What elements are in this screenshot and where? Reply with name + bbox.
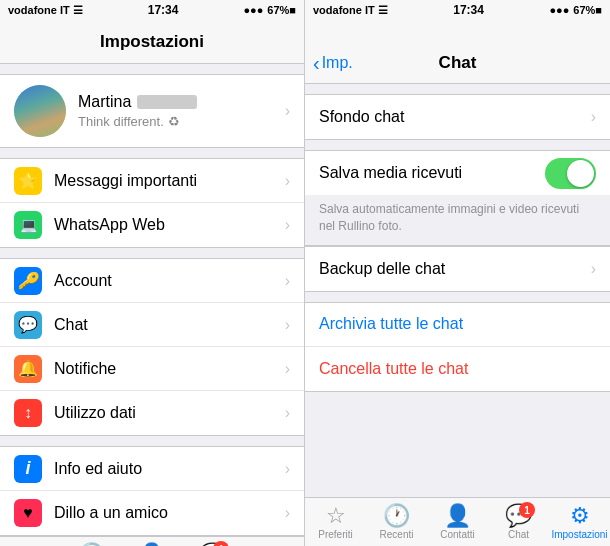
back-label[interactable]: Imp. xyxy=(322,54,353,72)
right-tab-chat[interactable]: 💬 Chat 1 xyxy=(488,498,549,546)
right-item-sfondo[interactable]: Sfondo chat › xyxy=(305,95,610,139)
chevron-messaggi: › xyxy=(285,172,290,190)
right-tab-impostazioni-icon: ⚙ xyxy=(570,505,590,527)
right-group-backup: Backup delle chat › xyxy=(305,246,610,292)
chevron-chat: › xyxy=(285,316,290,334)
settings-item-whatsappweb[interactable]: 💻 WhatsApp Web › xyxy=(0,203,304,247)
right-chevron-backup: › xyxy=(591,260,596,278)
right-group-sfondo: Sfondo chat › xyxy=(305,94,610,140)
left-tab-preferiti[interactable]: ☆ Preferiti xyxy=(0,537,61,546)
laptop-icon: 💻 xyxy=(14,211,42,239)
right-item-archivia[interactable]: Archivia tutte le chat xyxy=(305,303,610,347)
chevron-notifiche: › xyxy=(285,360,290,378)
chat-icon: 💬 xyxy=(14,311,42,339)
settings-item-utilizzo[interactable]: ↕ Utilizzo dati › xyxy=(0,391,304,435)
right-label-salva: Salva media ricevuti xyxy=(319,164,545,182)
right-nav-wrapper: ‹ Imp. Chat xyxy=(313,53,602,73)
right-item-backup[interactable]: Backup delle chat › xyxy=(305,247,610,291)
settings-item-dillo[interactable]: ♥ Dillo a un amico › xyxy=(0,491,304,535)
right-tab-preferiti-label: Preferiti xyxy=(318,529,352,540)
settings-item-messaggi[interactable]: ⭐ Messaggi importanti › xyxy=(0,159,304,203)
salva-description: Salva automaticamente immagini e video r… xyxy=(305,195,610,246)
right-tab-recenti[interactable]: 🕐 Recenti xyxy=(366,498,427,546)
data-icon: ↕ xyxy=(14,399,42,427)
profile-status: Think different. ♻ xyxy=(78,114,285,129)
left-carrier: vodafone IT ☰ xyxy=(8,4,83,17)
right-tab-chat-badge: 1 xyxy=(519,502,535,518)
right-item-cancella[interactable]: Cancella tutte le chat xyxy=(305,347,610,391)
back-button[interactable]: ‹ Imp. xyxy=(313,53,353,73)
right-item-salva[interactable]: Salva media ricevuti xyxy=(305,151,610,195)
profile-chevron: › xyxy=(285,102,290,120)
left-tab-impostazioni[interactable]: ⚙ Impostazioni xyxy=(243,537,304,546)
right-label-archivia: Archivia tutte le chat xyxy=(319,315,596,333)
chevron-dillo: › xyxy=(285,504,290,522)
right-panel: vodafone IT ☰ 17:34 ●●● 67%■ ‹ Imp. Chat… xyxy=(305,0,610,546)
right-salva-row: Salva media ricevuti xyxy=(305,150,610,195)
profile-name-text: Martina xyxy=(78,93,131,111)
right-time: 17:34 xyxy=(453,3,484,17)
profile-info: Martina Think different. ♻ xyxy=(66,93,285,129)
right-label-cancella: Cancella tutte le chat xyxy=(319,360,596,378)
right-tab-preferiti[interactable]: ☆ Preferiti xyxy=(305,498,366,546)
left-tab-chat[interactable]: 💬 Chat 1 xyxy=(182,537,243,546)
right-tab-chat-label: Chat xyxy=(508,529,529,540)
settings-label-info: Info ed aiuto xyxy=(54,460,285,478)
right-tab-contatti[interactable]: 👤 Contatti xyxy=(427,498,488,546)
right-tab-contatti-label: Contatti xyxy=(440,529,474,540)
profile-section[interactable]: Martina Think different. ♻ › xyxy=(0,74,304,148)
chevron-account: › xyxy=(285,272,290,290)
right-chevron-sfondo: › xyxy=(591,108,596,126)
settings-label-chat: Chat xyxy=(54,316,285,334)
settings-label-dillo: Dillo a un amico xyxy=(54,504,285,522)
profile-status-icon: ♻ xyxy=(168,114,180,129)
right-tab-impostazioni-label: Impostazioni xyxy=(551,529,607,540)
right-battery: ●●● 67%■ xyxy=(549,4,602,16)
settings-label-messaggi: Messaggi importanti xyxy=(54,172,285,190)
settings-item-chat[interactable]: 💬 Chat › xyxy=(0,303,304,347)
right-tab-preferiti-icon: ☆ xyxy=(326,505,346,527)
chevron-info: › xyxy=(285,460,290,478)
left-dots: ●●● xyxy=(243,4,263,16)
star-icon: ⭐ xyxy=(14,167,42,195)
settings-group-2: 🔑 Account › 💬 Chat › 🔔 Notifiche › ↕ Uti… xyxy=(0,258,304,436)
right-nav-bar: ‹ Imp. Chat xyxy=(305,20,610,84)
profile-status-text: Think different. xyxy=(78,114,164,129)
chevron-utilizzo: › xyxy=(285,404,290,422)
right-label-sfondo: Sfondo chat xyxy=(319,108,591,126)
salva-toggle[interactable] xyxy=(545,158,596,189)
bell-icon: 🔔 xyxy=(14,355,42,383)
left-tab-recenti[interactable]: 🕐 Recenti xyxy=(61,537,122,546)
settings-label-whatsappweb: WhatsApp Web xyxy=(54,216,285,234)
right-tab-bar: ☆ Preferiti 🕐 Recenti 👤 Contatti 💬 Chat … xyxy=(305,497,610,546)
left-tab-bar: ☆ Preferiti 🕐 Recenti 👤 Contatti 💬 Chat … xyxy=(0,536,304,546)
settings-item-info[interactable]: i Info ed aiuto › xyxy=(0,447,304,491)
right-nav-title: Chat xyxy=(439,53,477,73)
left-tab-chat-badge: 1 xyxy=(213,541,229,546)
left-nav-bar: Impostazioni xyxy=(0,20,304,64)
right-group-actions: Archivia tutte le chat Cancella tutte le… xyxy=(305,302,610,392)
settings-label-utilizzo: Utilizzo dati xyxy=(54,404,285,422)
right-content: Sfondo chat › Salva media ricevuti Salva… xyxy=(305,84,610,497)
profile-name: Martina xyxy=(78,93,285,111)
heart-icon: ♥ xyxy=(14,499,42,527)
salva-toggle-knob xyxy=(567,160,594,187)
right-tab-impostazioni[interactable]: ⚙ Impostazioni xyxy=(549,498,610,546)
avatar xyxy=(14,85,66,137)
right-tab-contatti-icon: 👤 xyxy=(444,505,471,527)
left-battery-pct: 67%■ xyxy=(267,4,296,16)
right-label-backup: Backup delle chat xyxy=(319,260,591,278)
left-panel: vodafone IT ☰ 17:34 ●●● 67%■ Impostazion… xyxy=(0,0,305,546)
right-status-bar: vodafone IT ☰ 17:34 ●●● 67%■ xyxy=(305,0,610,20)
right-group-salva: Salva media ricevuti Salva automaticamen… xyxy=(305,150,610,246)
right-dots: ●●● xyxy=(549,4,569,16)
back-chevron-icon: ‹ xyxy=(313,53,320,73)
left-status-bar: vodafone IT ☰ 17:34 ●●● 67%■ xyxy=(0,0,304,20)
left-nav-title: Impostazioni xyxy=(100,32,204,52)
profile-name-blurred xyxy=(137,95,197,109)
settings-item-account[interactable]: 🔑 Account › xyxy=(0,259,304,303)
settings-item-notifiche[interactable]: 🔔 Notifiche › xyxy=(0,347,304,391)
settings-label-notifiche: Notifiche xyxy=(54,360,285,378)
info-icon: i xyxy=(14,455,42,483)
left-tab-contatti[interactable]: 👤 Contatti xyxy=(122,537,183,546)
